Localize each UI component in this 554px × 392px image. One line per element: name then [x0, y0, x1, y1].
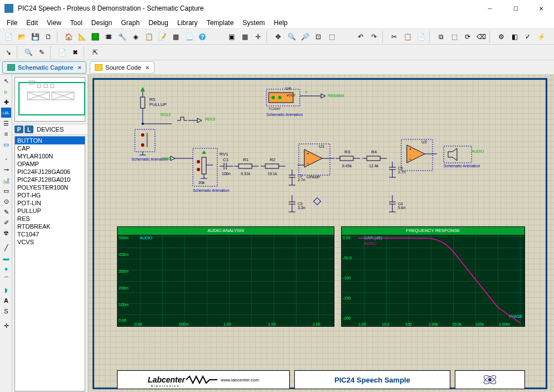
- save-icon[interactable]: 💾: [29, 31, 41, 43]
- gerber-icon[interactable]: 🔧: [116, 31, 128, 43]
- block-rotate-icon[interactable]: ⟳: [461, 31, 474, 43]
- pcb-icon[interactable]: [89, 31, 101, 43]
- bus-tool-icon[interactable]: ≡: [1, 129, 11, 139]
- component-tool-icon[interactable]: ▹: [1, 86, 11, 96]
- minimize-button[interactable]: ─: [477, 0, 503, 17]
- cap-c5[interactable]: [388, 162, 397, 182]
- path-2d-icon[interactable]: ◗: [1, 285, 11, 295]
- graph-icon[interactable]: 📊: [1, 175, 11, 185]
- text-2d-icon[interactable]: A: [1, 296, 11, 306]
- copy-icon[interactable]: 📋: [401, 31, 414, 43]
- res-r2[interactable]: [261, 161, 286, 172]
- text-script-icon[interactable]: ☰: [1, 118, 11, 128]
- box-2d-icon[interactable]: ▬: [1, 253, 11, 263]
- grid-icon[interactable]: ▦: [239, 31, 251, 43]
- block-move-icon[interactable]: ⬚: [448, 31, 460, 43]
- generator-icon[interactable]: ⊙: [1, 196, 11, 206]
- device-item[interactable]: TC1047: [15, 230, 85, 238]
- instrument-icon[interactable]: ☢: [1, 228, 11, 238]
- menu-tool[interactable]: Tool: [66, 18, 87, 28]
- maximize-button[interactable]: ☐: [503, 0, 528, 17]
- line-2d-icon[interactable]: ╱: [1, 243, 11, 253]
- pan-icon[interactable]: ✥: [272, 31, 284, 43]
- exit-sheet-icon[interactable]: ⇱: [89, 46, 101, 59]
- frequency-response-graph[interactable]: FREQUENCY RESPONSE GAIN (dB) AUDIO 0.00 …: [341, 226, 525, 327]
- device-item[interactable]: OPAMP: [15, 160, 85, 168]
- tab-schematic-capture[interactable]: Schematic Capture ×: [2, 61, 86, 74]
- menu-file[interactable]: File: [2, 18, 22, 28]
- device-item[interactable]: POLYESTER100N: [15, 183, 85, 191]
- bom-icon[interactable]: 📋: [143, 31, 155, 43]
- audio-analysis-graph[interactable]: AUDIO ANALYSIS AUDIO 500m 400m 300m 200m…: [117, 226, 334, 327]
- menu-template[interactable]: Template: [202, 18, 239, 28]
- tab-source-code[interactable]: Source Code ×: [90, 61, 154, 74]
- zoom-area-icon[interactable]: ⬚: [325, 31, 338, 43]
- probe-v-icon[interactable]: ✎: [1, 207, 11, 217]
- schematic-canvas[interactable]: R5PULLUP RD13 RD13 Schematic Animation R…: [88, 75, 554, 392]
- device-item[interactable]: POT-HG: [15, 191, 85, 199]
- cap-c3[interactable]: [288, 195, 297, 217]
- close-button[interactable]: ✕: [528, 0, 554, 17]
- open-folder-icon[interactable]: 📂: [16, 31, 28, 43]
- schematic-icon[interactable]: 📐: [76, 31, 88, 43]
- device-item[interactable]: VCVS: [15, 238, 85, 246]
- probe-i-icon[interactable]: ✐: [1, 217, 11, 228]
- selection-tool-icon[interactable]: ↖: [1, 76, 11, 86]
- wire-tool-icon[interactable]: ↘: [2, 46, 14, 59]
- new-sheet-icon[interactable]: 📄: [56, 46, 68, 59]
- 3d-icon[interactable]: ◈: [129, 31, 142, 43]
- devices-list[interactable]: BUTTON CAP MYLAR100N OPAMP PIC24FJ128GA0…: [14, 136, 85, 391]
- device-item[interactable]: PULLUP: [15, 207, 85, 215]
- code-icon[interactable]: 📝: [156, 31, 168, 43]
- menu-view[interactable]: View: [42, 18, 66, 28]
- symbol-2d-icon[interactable]: S: [1, 306, 11, 316]
- device-item[interactable]: BUTTON: [15, 137, 85, 144]
- subcircuit-icon[interactable]: ▭: [1, 139, 11, 149]
- device-item[interactable]: PIC24FJ128GA010: [15, 176, 85, 183]
- menu-graph[interactable]: Graph: [116, 18, 144, 28]
- redraw-icon[interactable]: ▣: [225, 31, 237, 43]
- junction-tool-icon[interactable]: ✚: [1, 97, 11, 107]
- tc1047-block[interactable]: [265, 88, 338, 116]
- help-icon[interactable]: ?: [196, 31, 208, 43]
- list-icon[interactable]: 📃: [183, 31, 195, 43]
- device-item[interactable]: MYLAR100N: [15, 152, 85, 160]
- cap-c1[interactable]: [220, 161, 234, 172]
- close-tab-icon[interactable]: ×: [145, 64, 149, 71]
- zoom-out-icon[interactable]: 🔎: [299, 31, 311, 43]
- block-copy-icon[interactable]: ⧉: [435, 31, 447, 43]
- pot-rv1[interactable]: [192, 147, 220, 192]
- menu-library[interactable]: Library: [173, 18, 202, 28]
- res-r3[interactable]: [336, 153, 361, 164]
- cap-c2[interactable]: [288, 170, 297, 190]
- package-icon[interactable]: ◧: [508, 31, 521, 43]
- compile-icon[interactable]: ▦: [169, 31, 182, 43]
- p-button[interactable]: P: [14, 125, 23, 133]
- delete-sheet-icon[interactable]: ✖: [69, 46, 81, 59]
- opamp-u2[interactable]: + −: [400, 138, 439, 174]
- res-r1[interactable]: [234, 161, 260, 172]
- pick-icon[interactable]: ⚙: [495, 31, 507, 43]
- block-delete-icon[interactable]: ⌫: [475, 31, 487, 43]
- l-button[interactable]: L: [25, 125, 33, 133]
- arc-2d-icon[interactable]: ⌒: [1, 274, 11, 284]
- tape-icon[interactable]: ▭: [1, 186, 11, 196]
- paste-icon[interactable]: 📄: [415, 31, 427, 43]
- menu-help[interactable]: Help: [269, 18, 292, 28]
- device-item[interactable]: RES: [15, 215, 85, 222]
- close-tab-icon[interactable]: ×: [78, 64, 81, 71]
- terminal-icon[interactable]: ◦: [1, 154, 11, 164]
- cap-c4[interactable]: [388, 195, 397, 217]
- origin-icon[interactable]: ✛: [252, 31, 264, 43]
- home-icon[interactable]: 🏠: [62, 31, 75, 43]
- menu-system[interactable]: System: [238, 18, 269, 28]
- overview-map[interactable]: [14, 77, 85, 122]
- undo-icon[interactable]: ↶: [354, 31, 367, 43]
- chip-icon[interactable]: [103, 31, 115, 43]
- device-item[interactable]: PIC24FJ128GA006: [15, 168, 85, 176]
- verify-icon[interactable]: ✓: [522, 31, 534, 43]
- device-pin-icon[interactable]: ⊸: [1, 164, 11, 175]
- device-item[interactable]: POT-LIN: [15, 199, 85, 207]
- circle-2d-icon[interactable]: ●: [1, 264, 11, 274]
- redo-icon[interactable]: ↷: [368, 31, 380, 43]
